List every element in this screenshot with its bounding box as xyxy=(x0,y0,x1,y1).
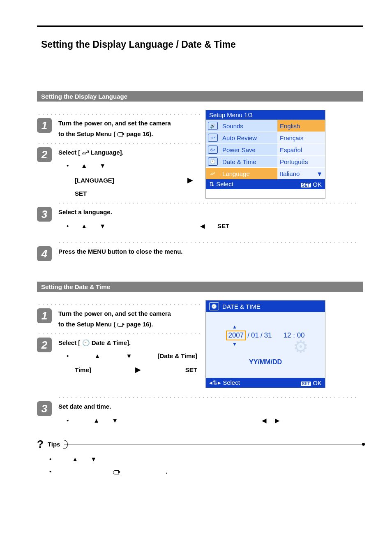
tips-header: ? Tips xyxy=(37,438,363,451)
tips-body: • ▲ ▼ • . xyxy=(49,453,363,478)
down-arrow-icon: ▼ xyxy=(112,415,118,426)
menu-autoreview[interactable]: Auto Review xyxy=(220,132,277,143)
period: . xyxy=(166,465,167,478)
step1b-line1: Turn the power on, and set the camera xyxy=(58,310,171,317)
step3-text: Select a language. xyxy=(58,208,112,215)
step-2b: 2 Select [ 🕘 Date & Time]. • ▲ ▼ [Date &… xyxy=(37,338,201,376)
step-3: 3 Select a language. • ▲ ▼ ◀ SET xyxy=(37,207,363,231)
bullet: • xyxy=(49,465,51,478)
setup-menu-screen: Setup Menu 1/3 🔊 Sounds English ↩ Auto R… xyxy=(205,110,325,199)
page-title: Setting the Display Language / Date & Ti… xyxy=(41,39,363,50)
year-field[interactable]: 2007 xyxy=(226,331,246,340)
date-sep: / xyxy=(261,331,263,340)
set-label: SET xyxy=(185,365,197,375)
step1-line1: Turn the power on, and set the camera xyxy=(58,120,171,127)
step-1b: 1 Turn the power on, and set the camera … xyxy=(37,308,201,329)
up-arrow-icon: ▲ xyxy=(72,453,78,465)
down-arrow-icon: ▼ xyxy=(90,453,97,465)
date-format: YY/MM/DD xyxy=(249,358,282,366)
datetime-icon: 🕘 xyxy=(208,157,218,166)
step-number: 3 xyxy=(37,207,52,222)
up-arrow-icon: ▲ xyxy=(93,415,99,426)
step-number: 2 xyxy=(37,338,52,352)
set-label: SET xyxy=(75,190,87,197)
left-arrow-icon: ◀ xyxy=(200,221,205,231)
month-field[interactable]: 01 xyxy=(251,331,259,340)
down-arrow-icon: ▼ xyxy=(126,351,132,361)
step-1: 1 Turn the power on, and set the camera … xyxy=(37,118,201,139)
menu-sounds[interactable]: Sounds xyxy=(220,120,277,132)
bullet: • xyxy=(67,351,69,361)
language-icon: ▱ᵌ xyxy=(208,169,218,178)
set-label: SET xyxy=(217,221,229,231)
step-number: 4 xyxy=(37,246,52,261)
page-ref-icon xyxy=(117,131,125,136)
step1-line2a: to the Setup Menu ( xyxy=(58,130,115,137)
time-label: Time] xyxy=(75,365,91,375)
datetime-label: [Date & Time] xyxy=(158,351,197,361)
up-arrow-icon: ▲ xyxy=(232,324,237,330)
page-ref-icon xyxy=(113,469,120,474)
step3b-text: Set date and time. xyxy=(58,403,111,410)
bullet: • xyxy=(49,453,51,465)
menu-powersave[interactable]: Power Save xyxy=(220,143,277,155)
screen-title: Setup Menu 1/3 xyxy=(206,110,325,120)
bullet: • xyxy=(67,160,69,171)
clock-glyph-icon: 🕘 xyxy=(82,339,90,346)
menu-datetime[interactable]: Date & Time xyxy=(220,155,277,167)
right-arrow-icon: ▶ xyxy=(275,415,280,426)
lang-portugues[interactable]: Português xyxy=(277,155,325,167)
set-badge-icon: SET xyxy=(301,183,311,187)
down-arrow-icon: ▼ xyxy=(232,341,237,347)
footer-ok: OK xyxy=(313,181,322,188)
play-icon: ▶ xyxy=(187,174,193,187)
step-number: 1 xyxy=(37,308,52,323)
nav-arrows-icon: ◂⇅▸ xyxy=(209,379,221,386)
menu-language[interactable]: Language xyxy=(220,167,277,179)
page-ref-icon xyxy=(117,321,125,326)
up-arrow-icon: ▲ xyxy=(94,351,100,361)
screen2-title: DATE & TIME xyxy=(222,303,261,310)
language-label: [LANGUAGE] xyxy=(75,175,114,186)
set-badge-icon: SET xyxy=(301,382,311,386)
up-arrow-icon: ▲ xyxy=(81,160,87,171)
step-3b: 3 Set date and time. • ▲ ▼ ◀ ▶ xyxy=(37,401,363,426)
lang-francais[interactable]: Français xyxy=(277,132,325,143)
lang-italiano[interactable]: Italiano xyxy=(280,170,300,177)
autoreview-icon: ↩ xyxy=(208,134,218,142)
bullet: • xyxy=(67,415,69,426)
left-arrow-icon: ◀ xyxy=(262,415,267,426)
day-field[interactable]: 31 xyxy=(264,331,272,340)
up-arrow-icon: ▲ xyxy=(81,221,87,231)
tips-label: Tips xyxy=(48,441,60,448)
step4-text: Press the MENU button to close the menu. xyxy=(58,248,183,255)
down-arrow-icon: ▼ xyxy=(99,160,106,171)
datetime-screen: 🕘 DATE & TIME ⚙ ▲ 2007 / 01 / 31 12 : 00… xyxy=(205,300,325,388)
lang-espanol[interactable]: Español xyxy=(277,143,325,155)
tips-icon: ? xyxy=(37,438,44,451)
footer-select: Select xyxy=(223,379,240,386)
date-sep: / xyxy=(247,331,249,340)
powersave-icon: ⎋z xyxy=(208,146,218,154)
updown-icon: ⇅ xyxy=(209,180,214,187)
sounds-icon: 🔊 xyxy=(208,122,218,130)
step-2: 2 Select [ ▱ᵌ Language]. • ▲ ▼ [LANGUAGE… xyxy=(37,147,201,199)
lang-english[interactable]: English xyxy=(277,120,325,132)
step-number: 1 xyxy=(37,118,52,133)
language-glyph-icon: ▱ᵌ xyxy=(82,149,89,156)
step-number: 2 xyxy=(37,147,52,162)
step-4: 4 Press the MENU button to close the men… xyxy=(37,246,363,261)
footer-select: Select xyxy=(216,180,233,187)
section-heading-datetime: Setting the Date & Time xyxy=(37,282,363,292)
step-number: 3 xyxy=(37,401,52,416)
bullet: • xyxy=(67,221,69,231)
step1-line2b: page 16). xyxy=(127,130,153,137)
section-heading-language: Setting the Display Language xyxy=(37,91,363,102)
down-arrow-icon: ▼ xyxy=(99,221,106,231)
footer-ok: OK xyxy=(313,379,322,386)
more-down-icon: ▼ xyxy=(316,170,323,177)
clock-icon: 🕘 xyxy=(209,302,219,310)
play-icon: ▶ xyxy=(135,363,141,376)
gear-bg-icon: ⚙ xyxy=(293,337,309,357)
